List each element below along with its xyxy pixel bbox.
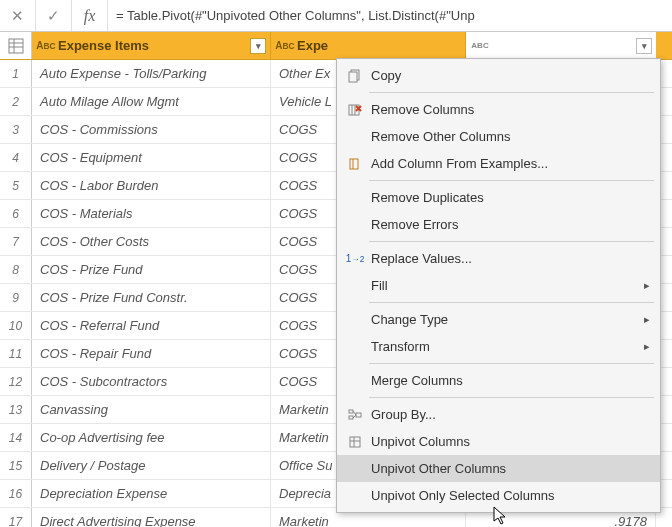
svg-rect-5 [349,72,357,82]
cell-expense-item[interactable]: COS - Prize Fund [32,256,271,283]
menu-change-type[interactable]: Change Type ▸ [337,306,660,333]
cell-expense-item[interactable]: COS - Repair Fund [32,340,271,367]
cancel-formula-button[interactable]: ✕ [0,0,36,31]
column-label: Expe [295,38,461,53]
row-number: 16 [0,480,32,507]
cell-expense-item[interactable]: Direct Advertising Expense [32,508,271,527]
replace-values-icon: 1→2 [343,253,367,264]
column-header-value[interactable]: ABC ▾ [466,32,656,59]
row-number: 6 [0,200,32,227]
fx-icon: fx [72,0,108,31]
cell-expense-item[interactable]: COS - Commissions [32,116,271,143]
column-header-expense-cat[interactable]: ABC Expe [271,32,466,59]
row-number: 8 [0,256,32,283]
menu-unpivot-other-columns[interactable]: Unpivot Other Columns [337,455,660,482]
column-filter-dropdown[interactable]: ▾ [250,38,266,54]
cell-expense-item[interactable]: Canvassing [32,396,271,423]
row-number: 4 [0,144,32,171]
menu-copy[interactable]: Copy [337,62,660,89]
remove-columns-icon [343,103,367,117]
cell-expense-item[interactable]: Auto Milage Allow Mgmt [32,88,271,115]
cell-expense-item[interactable]: COS - Prize Fund Constr. [32,284,271,311]
row-number: 17 [0,508,32,527]
text-type-icon: ABC [36,40,56,51]
menu-add-column-from-examples[interactable]: Add Column From Examples... [337,150,660,177]
cell-expense-item[interactable]: Auto Expense - Tolls/Parking [32,60,271,87]
svg-rect-15 [356,413,361,417]
row-number: 5 [0,172,32,199]
svg-rect-14 [349,416,353,419]
formula-input[interactable]: = Table.Pivot(#"Unpivoted Other Columns"… [108,0,672,31]
row-number: 10 [0,312,32,339]
cell-expense-item[interactable]: COS - Other Costs [32,228,271,255]
menu-merge-columns[interactable]: Merge Columns [337,367,660,394]
menu-unpivot-columns[interactable]: Unpivot Columns [337,428,660,455]
cell-expense-item[interactable]: COS - Equipment [32,144,271,171]
submenu-arrow-icon: ▸ [636,279,650,292]
confirm-formula-button[interactable]: ✓ [36,0,72,31]
row-number: 1 [0,60,32,87]
unpivot-icon [343,435,367,449]
submenu-arrow-icon: ▸ [636,340,650,353]
group-by-icon [343,408,367,422]
menu-remove-errors[interactable]: Remove Errors [337,211,660,238]
cell-expense-item[interactable]: Co-op Advertising fee [32,424,271,451]
row-number: 12 [0,368,32,395]
svg-rect-11 [350,159,358,169]
menu-remove-columns[interactable]: Remove Columns [337,96,660,123]
column-filter-dropdown[interactable]: ▾ [636,38,652,54]
menu-transform[interactable]: Transform ▸ [337,333,660,360]
add-column-icon [343,157,367,171]
row-number: 11 [0,340,32,367]
svg-rect-13 [349,410,353,413]
cell-expense-item[interactable]: Delivery / Postage [32,452,271,479]
menu-remove-other-columns[interactable]: Remove Other Columns [337,123,660,150]
cell-expense-item[interactable]: Depreciation Expense [32,480,271,507]
menu-fill[interactable]: Fill ▸ [337,272,660,299]
menu-group-by[interactable]: Group By... [337,401,660,428]
row-number: 2 [0,88,32,115]
formula-bar: ✕ ✓ fx = Table.Pivot(#"Unpivoted Other C… [0,0,672,32]
row-number: 3 [0,116,32,143]
submenu-arrow-icon: ▸ [636,313,650,326]
column-header-expense-items[interactable]: ABC Expense Items ▾ [32,32,271,59]
any-type-icon: ABC [470,41,490,50]
header-row: ABC Expense Items ▾ ABC Expe ABC ▾ [0,32,672,60]
menu-unpivot-only-selected[interactable]: Unpivot Only Selected Columns [337,482,660,509]
svg-rect-0 [9,39,23,53]
table-icon[interactable] [0,32,32,59]
copy-icon [343,69,367,83]
row-number: 14 [0,424,32,451]
cell-expense-item[interactable]: COS - Subcontractors [32,368,271,395]
row-number: 9 [0,284,32,311]
column-label: Expense Items [56,38,246,53]
context-menu: Copy Remove Columns Remove Other Columns… [336,58,661,513]
row-number: 15 [0,452,32,479]
menu-replace-values[interactable]: 1→2 Replace Values... [337,245,660,272]
cell-expense-item[interactable]: COS - Labor Burden [32,172,271,199]
row-number: 13 [0,396,32,423]
cell-expense-item[interactable]: COS - Referral Fund [32,312,271,339]
row-number: 7 [0,228,32,255]
svg-rect-18 [350,437,360,447]
menu-remove-duplicates[interactable]: Remove Duplicates [337,184,660,211]
cell-expense-item[interactable]: COS - Materials [32,200,271,227]
text-type-icon: ABC [275,40,295,51]
